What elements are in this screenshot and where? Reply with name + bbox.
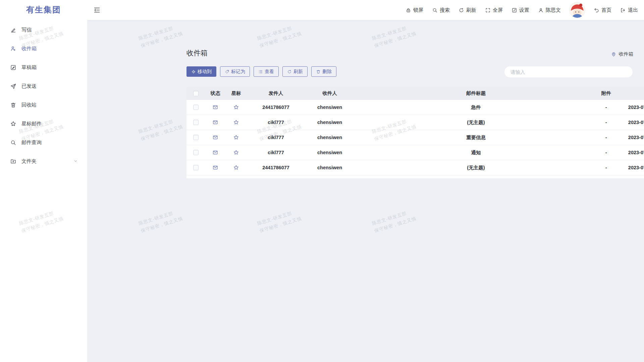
- current-user-button[interactable]: 陈思文: [538, 7, 561, 13]
- fullscreen-button[interactable]: 全屏: [485, 7, 503, 13]
- lock-icon: [406, 7, 411, 13]
- star-outline-icon: [233, 165, 239, 171]
- search-input[interactable]: [504, 66, 633, 77]
- trash-icon: [10, 102, 16, 108]
- search-icon: [432, 7, 438, 13]
- delete-button[interactable]: 删除: [311, 66, 336, 77]
- settings-icon: [512, 7, 517, 13]
- top-bar: 有生集团 锁屏 搜索 刷新: [0, 0, 644, 20]
- column-header-recipient: 收件人: [305, 90, 354, 97]
- envelope-icon: [212, 149, 218, 156]
- row-checkbox[interactable]: [193, 150, 199, 155]
- move-to-button[interactable]: 移动到: [186, 66, 216, 77]
- star-toggle[interactable]: [233, 134, 239, 140]
- star-toggle[interactable]: [233, 165, 239, 171]
- logout-button[interactable]: 退出: [620, 7, 638, 13]
- subject-cell: 通知: [354, 149, 598, 156]
- recipient-cell: chensiwen: [305, 165, 354, 170]
- mail-status-icon: [205, 104, 226, 110]
- compose-icon: [10, 27, 16, 33]
- sidebar-item-drafts[interactable]: 草稿箱: [0, 60, 87, 75]
- recipient-cell: chensiwen: [305, 150, 354, 155]
- drafts-icon: [10, 64, 16, 71]
- row-checkbox[interactable]: [193, 165, 199, 170]
- view-button[interactable]: 查看: [254, 66, 279, 77]
- column-header-sender: 发件人: [247, 90, 306, 97]
- aim-icon: [191, 69, 196, 74]
- table-header-row: 状态 星标 发件人 收件人 邮件标题 附件 时间 大小: [186, 87, 644, 100]
- settings-button[interactable]: 设置: [512, 7, 529, 13]
- sidebar-item-inbox[interactable]: 收件箱: [0, 41, 87, 56]
- user-avatar[interactable]: [570, 2, 585, 18]
- star-icon: [10, 121, 16, 127]
- sidebar-item-folders[interactable]: 文件夹: [0, 154, 87, 169]
- avatar-image: [570, 2, 585, 18]
- star-outline-icon: [233, 104, 239, 110]
- refresh-button[interactable]: 刷新: [459, 7, 476, 13]
- mark-as-button[interactable]: 标记为: [220, 66, 250, 77]
- lock-screen-button[interactable]: 锁屏: [406, 7, 423, 13]
- table-row[interactable]: cikl777 chensiwen 通知 - 2023-07-10 12:07:…: [186, 145, 644, 160]
- mail-status-icon: [205, 134, 226, 140]
- star-toggle[interactable]: [233, 149, 239, 156]
- user-icon: [538, 7, 544, 13]
- home-button[interactable]: 首页: [594, 7, 611, 13]
- column-header-star: 星标: [226, 90, 247, 97]
- row-checkbox[interactable]: [193, 120, 199, 125]
- sender-cell: cikl777: [247, 135, 306, 140]
- star-outline-icon: [233, 149, 239, 156]
- sender-cell: 2441786077: [247, 165, 306, 170]
- main-content: 收件箱 收件箱 移动到 标记为 查看: [87, 20, 644, 362]
- sidebar-item-trash[interactable]: 回收站: [0, 97, 87, 113]
- envelope-icon: [212, 104, 218, 110]
- folder-plus-icon: [10, 158, 16, 165]
- column-header-attachment: 附件: [598, 90, 615, 97]
- sidebar-item-mail-search[interactable]: 邮件查询: [0, 135, 87, 150]
- sidebar-item-starred[interactable]: 星标邮件: [0, 116, 87, 131]
- fullscreen-icon: [485, 7, 491, 13]
- table-row[interactable]: cikl777 chensiwen (无主题) - 2023-07-10 12:…: [186, 115, 644, 130]
- column-header-status: 状态: [205, 90, 226, 97]
- attachment-cell: -: [598, 150, 615, 155]
- sender-cell: cikl777: [247, 150, 306, 155]
- star-toggle[interactable]: [233, 119, 239, 125]
- mail-status-icon: [205, 165, 226, 171]
- mail-status-icon: [205, 149, 226, 156]
- sender-cell: 2441786077: [247, 105, 306, 110]
- sidebar-item-compose[interactable]: 写信: [0, 22, 87, 38]
- table-row[interactable]: 2441786077 chensiwen 急件 - 2023-07-10 12:…: [186, 100, 644, 115]
- mail-table: 状态 星标 发件人 收件人 邮件标题 附件 时间 大小: [186, 87, 644, 178]
- tag-icon: [225, 69, 229, 74]
- location-pin-icon: [611, 51, 616, 57]
- search-button[interactable]: 搜索: [432, 7, 450, 13]
- menu-fold-icon[interactable]: [93, 6, 101, 14]
- subject-cell: (无主题): [354, 165, 598, 171]
- toolbar: 移动到 标记为 查看 刷新 删除: [186, 66, 336, 77]
- sidebar: 写信 收件箱 草稿箱 已发送 回收站: [0, 20, 87, 362]
- row-checkbox[interactable]: [193, 135, 199, 140]
- breadcrumb[interactable]: 收件箱: [611, 51, 634, 57]
- time-cell: 2023-07-10 12:07:31: [615, 150, 644, 155]
- column-header-subject: 邮件标题: [354, 90, 598, 97]
- star-toggle[interactable]: [233, 104, 239, 110]
- star-outline-icon: [233, 119, 239, 125]
- column-header-time: 时间: [615, 90, 644, 97]
- logout-icon: [620, 7, 626, 13]
- sent-icon: [10, 83, 16, 89]
- recipient-cell: chensiwen: [305, 120, 354, 125]
- subject-cell: 重要信息: [354, 134, 598, 141]
- attachment-cell: -: [598, 120, 615, 125]
- table-row[interactable]: cikl777 chensiwen 重要信息 - 2023-07-10 12:0…: [186, 130, 644, 145]
- select-all-checkbox[interactable]: [193, 91, 199, 96]
- envelope-icon: [212, 119, 218, 125]
- time-cell: 2023-07-10 12:08:53: [615, 135, 644, 140]
- app-window: 有生集团 锁屏 搜索 刷新: [0, 0, 644, 362]
- table-row[interactable]: 2441786077 chensiwen (无主题) - 2023-07-10 …: [186, 160, 644, 175]
- sidebar-item-sent[interactable]: 已发送: [0, 78, 87, 94]
- envelope-icon: [212, 165, 218, 171]
- refresh-list-button[interactable]: 刷新: [282, 66, 308, 77]
- attachment-cell: -: [598, 105, 615, 110]
- envelope-icon: [212, 134, 218, 140]
- table-body: 2441786077 chensiwen 急件 - 2023-07-10 12:…: [186, 100, 644, 175]
- row-checkbox[interactable]: [193, 105, 199, 110]
